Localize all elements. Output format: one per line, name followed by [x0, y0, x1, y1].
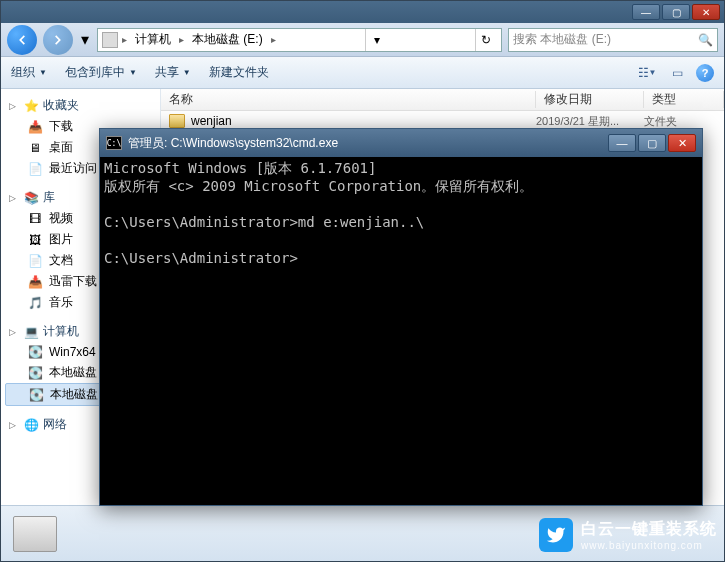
drive-icon — [102, 32, 118, 48]
cmd-minimize-button[interactable]: — — [608, 134, 636, 152]
cmd-close-button[interactable]: ✕ — [668, 134, 696, 152]
search-input[interactable]: 搜索 本地磁盘 (E:) 🔍 — [508, 28, 718, 52]
cmd-window[interactable]: C:\ 管理员: C:\Windows\system32\cmd.exe — ▢… — [99, 128, 703, 506]
baiyun-logo-icon — [539, 518, 573, 552]
search-placeholder: 搜索 本地磁盘 (E:) — [513, 31, 611, 48]
folder-icon — [169, 114, 185, 128]
video-icon: 🎞 — [27, 211, 43, 227]
organize-button[interactable]: 组织▼ — [11, 64, 47, 81]
address-bar[interactable]: ▸ 计算机 ▸ 本地磁盘 (E:) ▸ ▾ ↻ — [97, 28, 502, 52]
chevron-right-icon: ▸ — [177, 34, 186, 45]
nav-history-drop[interactable]: ▾ — [79, 30, 91, 50]
desktop-icon: 🖥 — [27, 140, 43, 156]
drive-icon: 💽 — [28, 387, 44, 403]
view-options-button[interactable]: ☷ ▼ — [636, 63, 658, 83]
document-icon: 📄 — [27, 253, 43, 269]
file-type: 文件夹 — [644, 114, 724, 129]
cmd-title-text: 管理员: C:\Windows\system32\cmd.exe — [128, 135, 602, 152]
cmd-terminal[interactable]: Microsoft Windows [版本 6.1.7601] 版权所有 <c>… — [100, 157, 702, 505]
drive-large-icon — [13, 516, 57, 552]
music-icon: 🎵 — [27, 295, 43, 311]
chevron-right-icon: ▸ — [269, 34, 278, 45]
watermark-title: 白云一键重装系统 — [581, 519, 717, 540]
search-icon: 🔍 — [698, 33, 713, 47]
sidebar-favorites[interactable]: ▷⭐收藏夹 — [1, 95, 160, 116]
chevron-right-icon: ▸ — [120, 34, 129, 45]
drive-icon: 💽 — [27, 344, 43, 360]
share-button[interactable]: 共享▼ — [155, 64, 191, 81]
nav-back-button[interactable] — [7, 25, 37, 55]
close-button[interactable]: ✕ — [692, 4, 720, 20]
computer-icon: 💻 — [23, 324, 39, 340]
refresh-icon[interactable]: ↻ — [475, 29, 497, 51]
address-dropdown[interactable]: ▾ — [365, 29, 387, 51]
watermark: 白云一键重装系统 www.baiyunxitong.com — [539, 518, 717, 552]
minimize-button[interactable]: — — [632, 4, 660, 20]
cmd-maximize-button[interactable]: ▢ — [638, 134, 666, 152]
preview-pane-button[interactable]: ▭ — [666, 63, 688, 83]
column-type[interactable]: 类型 — [644, 91, 724, 108]
breadcrumb-drive[interactable]: 本地磁盘 (E:) — [188, 31, 267, 48]
explorer-titlebar: — ▢ ✕ — [1, 1, 724, 23]
maximize-button[interactable]: ▢ — [662, 4, 690, 20]
toolbar: 组织▼ 包含到库中▼ 共享▼ 新建文件夹 ☷ ▼ ▭ ? — [1, 57, 724, 89]
file-date: 2019/3/21 星期... — [536, 114, 644, 129]
cmd-icon: C:\ — [106, 136, 122, 150]
column-name[interactable]: 名称 — [161, 91, 536, 108]
breadcrumb-computer[interactable]: 计算机 — [131, 31, 175, 48]
file-name: wenjian — [191, 114, 232, 128]
nav-forward-button[interactable] — [43, 25, 73, 55]
picture-icon: 🖼 — [27, 232, 43, 248]
drive-icon: 💽 — [27, 365, 43, 381]
star-icon: ⭐ — [23, 98, 39, 114]
download-icon: 📥 — [27, 119, 43, 135]
nav-bar: ▾ ▸ 计算机 ▸ 本地磁盘 (E:) ▸ ▾ ↻ 搜索 本地磁盘 (E:) 🔍 — [1, 23, 724, 57]
watermark-url: www.baiyunxitong.com — [581, 540, 717, 551]
cmd-titlebar[interactable]: C:\ 管理员: C:\Windows\system32\cmd.exe — ▢… — [100, 129, 702, 157]
network-icon: 🌐 — [23, 417, 39, 433]
column-date[interactable]: 修改日期 — [536, 91, 644, 108]
xunlei-icon: 📥 — [27, 274, 43, 290]
recent-icon: 📄 — [27, 161, 43, 177]
include-library-button[interactable]: 包含到库中▼ — [65, 64, 137, 81]
new-folder-button[interactable]: 新建文件夹 — [209, 64, 269, 81]
help-icon[interactable]: ? — [696, 64, 714, 82]
column-headers: 名称 修改日期 类型 — [161, 89, 724, 111]
library-icon: 📚 — [23, 190, 39, 206]
